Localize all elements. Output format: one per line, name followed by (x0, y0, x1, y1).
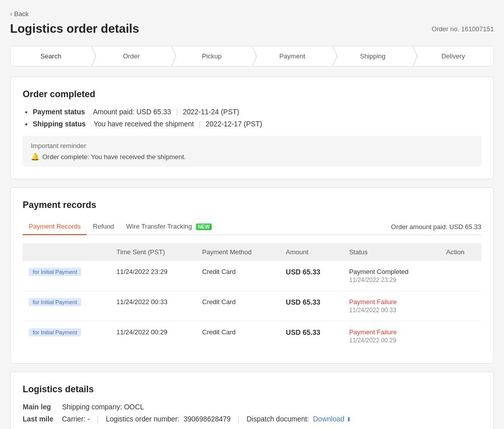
table-row: for Initial Payment 11/24/2022 23:29 Cre… (23, 261, 481, 291)
row2-method: Credit Card (196, 291, 280, 321)
order-completed-card: Order completed Payment status Amount pa… (10, 77, 494, 179)
step-order[interactable]: Order (91, 46, 172, 66)
step-search[interactable]: Search (11, 46, 91, 66)
row3-amount: USD 65.33 (280, 321, 343, 351)
order-amount-paid: Order amount paid: USD 65.33 (391, 223, 481, 231)
row2-action (440, 291, 481, 321)
col-method: Payment Method (196, 243, 280, 261)
download-link[interactable]: Download ⬇ (313, 415, 351, 423)
shipping-status-date: 2022-12-17 (PST) (206, 120, 262, 128)
payment-status-date: 2022-11-24 (PST) (183, 108, 239, 116)
page-title-row: Logistics order details Order no. 161007… (10, 22, 494, 36)
last-mile-label: Last mile (23, 415, 58, 423)
page-wrapper: ‹ Back Logistics order details Order no.… (0, 0, 504, 429)
tag-badge: for Initial Payment (29, 328, 81, 336)
payment-table: Time Sent (PST) Payment Method Amount St… (23, 243, 481, 351)
order-number: Order no. 161007151 (431, 25, 494, 33)
shipping-status-item: Shipping status You have received the sh… (33, 120, 481, 128)
table-body: for Initial Payment 11/24/2022 23:29 Cre… (23, 261, 481, 351)
reminder-box: Important reminder 🔔 Order complete: You… (23, 136, 481, 167)
col-status: Status (343, 243, 440, 261)
last-mile-order-number: 390698628479 (183, 415, 230, 423)
row3-time: 11/24/2022 00:29 (110, 321, 196, 351)
new-badge: NEW (196, 224, 212, 230)
row1-status: Payment Completed 11/24/2022 23:29 (343, 261, 440, 291)
payment-status-label: Payment status (33, 108, 85, 116)
col-amount: Amount (280, 243, 343, 261)
col-action: Action (440, 243, 481, 261)
step-shipping[interactable]: Shipping (333, 46, 413, 66)
tag-badge: for Initial Payment (29, 268, 81, 276)
logistics-details-title: Logistics details (23, 384, 481, 395)
steps-bar: Search Order Pickup Payment Shipping Del… (10, 46, 494, 66)
main-leg-label: Main leg (23, 403, 58, 411)
payment-records-title: Payment records (23, 200, 481, 210)
reminder-text: Order complete: You have received the sh… (42, 153, 186, 161)
tab-refund[interactable]: Refund (87, 219, 120, 235)
shipping-status-label: Shipping status (33, 120, 86, 128)
payment-records-card: Payment records Payment Records Refund W… (10, 187, 494, 364)
status-date: 11/24/2022 23:29 (349, 276, 434, 283)
back-link[interactable]: ‹ Back (10, 10, 494, 18)
reminder-icon: 🔔 (31, 153, 39, 161)
payment-status-date-sep: | (176, 108, 178, 116)
download-icon: ⬇ (346, 416, 351, 423)
step-payment[interactable]: Payment (252, 46, 333, 66)
table-row: for Initial Payment 11/24/2022 00:29 Cre… (23, 321, 481, 351)
status-label: Payment Failure (349, 298, 434, 306)
last-mile-carrier: Carrier: - (62, 415, 90, 423)
row2-time: 11/24/2022 00:33 (110, 291, 196, 321)
row1-amount: USD 65.33 (280, 261, 343, 291)
row3-method: Credit Card (196, 321, 280, 351)
status-date: 11/24/2022 00:29 (349, 337, 434, 344)
tab-payment-records[interactable]: Payment Records (23, 219, 87, 235)
row1-action (440, 261, 481, 291)
logistics-details-card: Logistics details Main leg Shipping comp… (10, 372, 494, 429)
payment-status-value: Amount paid: USD 65.33 (93, 108, 171, 116)
step-pickup[interactable]: Pickup (171, 46, 252, 66)
table-header: Time Sent (PST) Payment Method Amount St… (23, 243, 481, 261)
row3-status: Payment Failure 11/24/2022 00:29 (343, 321, 440, 351)
row3-tag: for Initial Payment (23, 321, 110, 351)
row2-amount: USD 65.33 (280, 291, 343, 321)
status-label: Payment Completed (349, 268, 434, 275)
row2-status: Payment Failure 11/24/2022 00:33 (343, 291, 440, 321)
row2-tag: for Initial Payment (23, 291, 110, 321)
back-chevron-icon: ‹ (10, 11, 12, 18)
tag-badge: for Initial Payment (29, 298, 81, 306)
order-completed-title: Order completed (23, 89, 481, 100)
main-leg-row: Main leg Shipping company: OOCL (23, 403, 481, 411)
table-row: for Initial Payment 11/24/2022 00:33 Cre… (23, 291, 481, 321)
payment-status-item: Payment status Amount paid: USD 65.33 | … (33, 108, 481, 116)
status-list: Payment status Amount paid: USD 65.33 | … (23, 108, 481, 128)
dispatch-doc-label: Dispatch document: (246, 415, 309, 423)
step-delivery[interactable]: Delivery (413, 46, 493, 66)
row1-tag: for Initial Payment (23, 261, 110, 291)
status-date: 11/24/2022 00:33 (349, 307, 434, 314)
reminder-title: Important reminder (31, 142, 473, 150)
last-mile-order-label: Logistics order number: (106, 415, 179, 423)
tabs-row: Payment Records Refund Wire Transfer Tra… (23, 219, 481, 235)
tab-wire-transfer[interactable]: Wire Transfer Tracking NEW (120, 219, 218, 235)
row3-action (440, 321, 481, 351)
page-title: Logistics order details (10, 22, 139, 36)
shipping-status-value: You have received the shipment (94, 120, 194, 128)
main-leg-value: Shipping company: OOCL (62, 403, 144, 411)
col-time: Time Sent (PST) (110, 243, 196, 261)
last-mile-row: Last mile Carrier: - | Logistics order n… (23, 415, 481, 423)
row1-time: 11/24/2022 23:29 (110, 261, 196, 291)
row1-method: Credit Card (196, 261, 280, 291)
download-label: Download (313, 415, 344, 423)
status-label: Payment Failure (349, 328, 434, 336)
col-tag (23, 243, 110, 261)
back-label: Back (14, 10, 29, 18)
reminder-content: 🔔 Order complete: You have received the … (31, 153, 473, 161)
